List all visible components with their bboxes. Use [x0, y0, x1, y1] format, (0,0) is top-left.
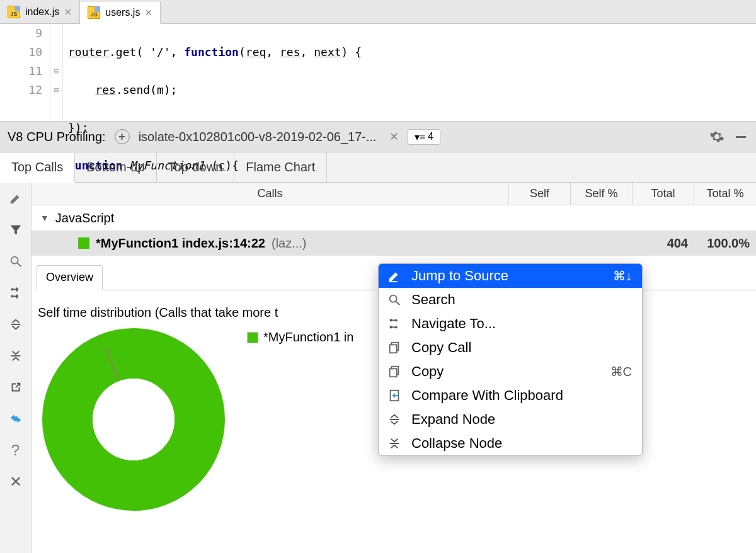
- compare-icon[interactable]: [8, 411, 24, 427]
- code-token: ) {: [341, 45, 362, 59]
- line-number: 11: [0, 62, 42, 81]
- copy-icon: [386, 365, 403, 379]
- tab-top-down[interactable]: Top-down: [157, 152, 235, 182]
- column-total[interactable]: Total: [633, 183, 694, 205]
- svg-point-1: [11, 257, 18, 264]
- code-token: res: [95, 83, 116, 96]
- code-token: req: [246, 45, 266, 59]
- tool-window-title: V8 CPU Profiling:: [8, 130, 106, 144]
- tree-root-row[interactable]: ▼ JavaScript: [32, 205, 756, 231]
- menu-label: Navigate To...: [411, 316, 632, 332]
- file-tab-index[interactable]: JS index.js ✕: [0, 0, 80, 23]
- file-tab-users[interactable]: JS users.js ✕: [80, 1, 161, 24]
- tree-child-label: *MyFunction1 index.js:14:22: [96, 236, 265, 251]
- overview-tab[interactable]: Overview: [37, 265, 103, 290]
- menu-search[interactable]: Search: [379, 288, 642, 312]
- session-name[interactable]: isolate-0x102801c00-v8-2019-02-06_17-...: [139, 130, 377, 144]
- menu-label: Search: [411, 292, 632, 308]
- navigate-icon: [386, 317, 403, 331]
- file-tab-bar: JS index.js ✕ JS users.js ✕: [0, 0, 756, 24]
- js-file-icon: JS: [8, 6, 20, 18]
- pin-icon[interactable]: +: [115, 129, 130, 144]
- thread-dropdown[interactable]: ▾≡ 4: [408, 129, 440, 145]
- cell-self: [509, 236, 571, 251]
- code-token: ,: [171, 45, 185, 59]
- legend: *MyFunction1 in: [247, 325, 353, 345]
- menu-navigate-to[interactable]: Navigate To...: [379, 312, 642, 336]
- search-icon: [386, 293, 403, 307]
- menu-label: Expand Node: [411, 411, 632, 428]
- code-token: function: [184, 45, 239, 59]
- code-token: (: [239, 45, 246, 59]
- close-icon[interactable]: ✕: [8, 474, 24, 490]
- gear-icon[interactable]: [709, 129, 724, 144]
- file-tab-label: users.js: [105, 7, 140, 18]
- navigate-icon[interactable]: [8, 285, 24, 301]
- code-token: [68, 83, 95, 96]
- code-editor[interactable]: 9 10 11 12 ⊟⊟ router.get( '/', function(…: [0, 24, 756, 121]
- tree-row-values: 404 100.0%: [509, 236, 756, 251]
- cell-total-percent: 100.0%: [694, 236, 756, 251]
- svg-rect-8: [389, 281, 398, 282]
- profiler-tabs: Top Calls Bottom-up Top-down Flame Chart: [0, 152, 756, 183]
- collapse-all-icon[interactable]: [8, 348, 24, 364]
- column-calls[interactable]: Calls: [32, 183, 509, 205]
- tab-flame-chart[interactable]: Flame Chart: [234, 152, 327, 182]
- chevron-down-icon[interactable]: ▼: [40, 213, 49, 223]
- code-token: .get(: [109, 45, 150, 59]
- edit-icon[interactable]: [8, 190, 24, 207]
- close-icon[interactable]: ✕: [389, 130, 399, 144]
- menu-expand-node[interactable]: Expand Node: [379, 408, 642, 431]
- legend-item[interactable]: *MyFunction1 in: [247, 330, 353, 345]
- file-tab-label: index.js: [25, 6, 59, 18]
- collapse-icon: [386, 436, 403, 450]
- menu-copy-call[interactable]: Copy Call: [379, 336, 642, 360]
- menu-label: Collapse Node: [411, 435, 632, 452]
- column-total-percent[interactable]: Total %: [694, 183, 756, 205]
- line-number: 10: [0, 43, 42, 62]
- menu-label: Compare With Clipboard: [411, 387, 632, 404]
- js-file-icon: JS: [88, 6, 100, 19]
- column-self-percent[interactable]: Self %: [571, 183, 633, 205]
- legend-label: *MyFunction1 in: [263, 330, 353, 345]
- menu-collapse-node[interactable]: Collapse Node: [379, 431, 642, 455]
- tree-child-row[interactable]: *MyFunction1 index.js:14:22 (laz...) 404…: [32, 231, 756, 256]
- code-area[interactable]: router.get( '/', function(req, res, next…: [63, 24, 362, 121]
- hide-icon[interactable]: [733, 129, 748, 144]
- line-number-gutter: 9 10 11 12: [0, 24, 50, 121]
- code-token: router: [68, 45, 109, 59]
- js-marker-icon: [78, 237, 89, 249]
- menu-compare-clipboard[interactable]: Compare With Clipboard: [379, 384, 642, 408]
- cell-self-percent: [571, 236, 633, 251]
- search-icon[interactable]: [8, 253, 24, 270]
- dropdown-value: 4: [428, 131, 433, 142]
- svg-rect-0: [736, 136, 746, 138]
- menu-shortcut: ⌘↓: [613, 268, 632, 283]
- context-menu: Jump to Source ⌘↓ Search Navigate To... …: [378, 263, 643, 456]
- code-token: next: [314, 45, 341, 59]
- tab-bottom-up[interactable]: Bottom-up: [75, 152, 156, 182]
- svg-line-10: [396, 302, 400, 305]
- menu-jump-to-source[interactable]: Jump to Source ⌘↓: [379, 264, 642, 288]
- tab-top-calls[interactable]: Top Calls: [0, 153, 75, 183]
- code-token: '/': [150, 45, 171, 59]
- table-header: Calls Self Self % Total Total %: [32, 183, 756, 205]
- expand-all-icon[interactable]: [8, 316, 24, 333]
- column-self[interactable]: Self: [509, 183, 571, 205]
- export-icon[interactable]: [8, 379, 24, 396]
- edit-icon: [386, 269, 403, 283]
- svg-point-7: [93, 379, 175, 460]
- close-icon[interactable]: ✕: [64, 7, 72, 17]
- tree-child-tail: (laz...): [272, 236, 307, 251]
- menu-label: Copy: [411, 363, 602, 380]
- menu-shortcut: ⌘C: [610, 364, 632, 379]
- help-icon[interactable]: ?: [8, 442, 24, 459]
- calls-tree: ▼ JavaScript *MyFunction1 index.js:14:22…: [32, 205, 756, 256]
- hamburger-icon: ▾≡: [415, 131, 425, 143]
- close-icon[interactable]: ✕: [145, 8, 152, 18]
- code-token: .send(m);: [116, 83, 178, 96]
- svg-point-9: [390, 295, 397, 302]
- fold-gutter[interactable]: ⊟⊟: [50, 24, 63, 121]
- filter-icon[interactable]: [8, 222, 24, 238]
- menu-copy[interactable]: Copy ⌘C: [379, 360, 642, 384]
